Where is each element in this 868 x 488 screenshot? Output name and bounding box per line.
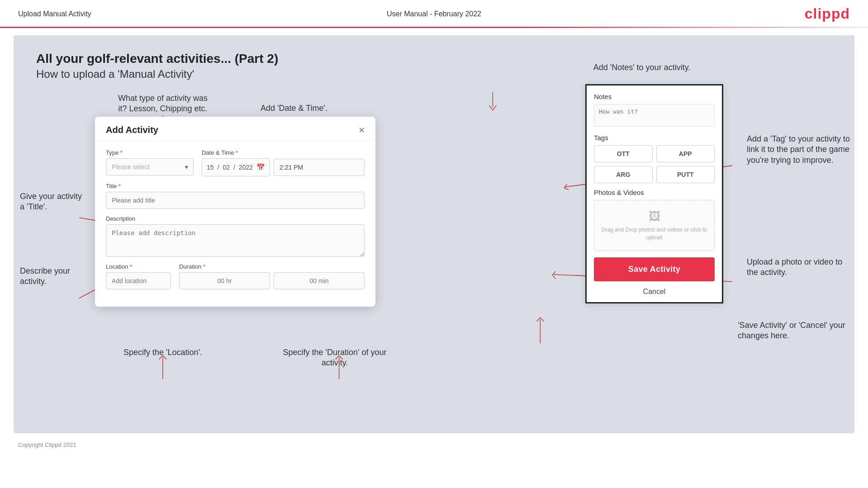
section-subtitle: How to upload a 'Manual Activity' xyxy=(36,68,832,81)
close-button[interactable]: × xyxy=(359,125,365,135)
location-input[interactable] xyxy=(106,272,171,289)
description-label: Description xyxy=(106,215,365,222)
type-select[interactable]: Please select xyxy=(106,158,194,175)
title-input[interactable] xyxy=(106,192,365,209)
section-title: All your golf-relevant activities... (Pa… xyxy=(36,52,832,66)
photos-section-label: Photos & Videos xyxy=(594,189,715,196)
top-divider xyxy=(0,27,868,28)
calendar-icon[interactable]: 📅 xyxy=(256,163,265,171)
duration-label: Duration * xyxy=(179,263,365,270)
description-group: Description xyxy=(106,215,365,257)
datetime-label: Date & Time * xyxy=(202,149,365,156)
page-title: Upload Manual Activity xyxy=(18,10,91,18)
main-content: All your golf-relevant activities... (Pa… xyxy=(14,35,854,433)
hours-input[interactable] xyxy=(179,272,270,289)
top-bar: Upload Manual Activity User Manual - Feb… xyxy=(0,0,868,27)
dialog-title: Add Activity xyxy=(106,125,158,135)
duration-input-group xyxy=(179,272,365,289)
annotation-save: 'Save Activity' or 'Cancel' your changes… xyxy=(738,320,851,341)
add-activity-dialog: Add Activity × Type * Please select ▾ xyxy=(95,117,375,307)
description-textarea[interactable] xyxy=(106,224,365,257)
tag-putt[interactable]: PUTT xyxy=(656,166,715,183)
copyright: Copyright Clippd 2021 xyxy=(18,441,76,448)
type-select-wrapper: Please select ▾ xyxy=(106,158,194,175)
panel-inner: Notes Tags OTT APP ARG PUTT Photos & Vid… xyxy=(587,85,722,251)
dialog-body: Type * Please select ▾ Date & Time * xyxy=(95,141,375,307)
location-group: Location * xyxy=(106,263,171,289)
annotation-duration: Specify the 'Duration' of your activity. xyxy=(280,347,389,369)
notes-section-label: Notes xyxy=(594,93,715,100)
right-panel: Notes Tags OTT APP ARG PUTT Photos & Vid… xyxy=(585,84,723,303)
title-group: Title * xyxy=(106,183,365,209)
upload-text: Drag and Drop photos and videos or click… xyxy=(599,226,710,242)
location-duration-row: Location * Duration * xyxy=(106,263,365,289)
footer: Copyright Clippd 2021 xyxy=(0,438,868,452)
duration-group: Duration * xyxy=(179,263,365,289)
tag-ott[interactable]: OTT xyxy=(594,145,653,162)
date-year: 2022 xyxy=(239,164,253,171)
logo: clippd xyxy=(805,5,850,22)
annotation-tag: Add a 'Tag' to your activity to link it … xyxy=(747,134,851,166)
date-input[interactable]: 15 / 02 / 2022 📅 xyxy=(202,158,270,176)
location-label: Location * xyxy=(106,263,171,270)
type-datetime-row: Type * Please select ▾ Date & Time * xyxy=(106,149,365,176)
description-row: Description xyxy=(106,215,365,257)
date-time-input-group: 15 / 02 / 2022 📅 xyxy=(202,158,365,176)
title-row: Title * xyxy=(106,183,365,209)
save-activity-button[interactable]: Save Activity xyxy=(594,257,715,281)
notes-textarea[interactable] xyxy=(594,104,715,127)
title-label: Title * xyxy=(106,183,365,190)
tag-app[interactable]: APP xyxy=(656,145,715,162)
minutes-input[interactable] xyxy=(274,272,365,289)
annotation-notes: Add 'Notes' to your activity. xyxy=(588,62,696,73)
annotation-title: Give your activity a 'Title'. xyxy=(20,191,85,213)
tags-grid: OTT APP ARG PUTT xyxy=(594,145,715,183)
date-day: 15 xyxy=(207,164,214,171)
tag-arg[interactable]: ARG xyxy=(594,166,653,183)
annotation-what-type: What type of activity was it? Lesson, Ch… xyxy=(113,93,213,114)
annotation-upload: Upload a photo or video to the activity. xyxy=(747,257,851,278)
upload-area[interactable]: 🖼 Drag and Drop photos and videos or cli… xyxy=(594,200,715,251)
time-input[interactable] xyxy=(274,159,365,176)
dialog-header: Add Activity × xyxy=(95,117,375,141)
annotation-date-time: Add 'Date & Time'. xyxy=(249,103,339,114)
manual-title: User Manual - February 2022 xyxy=(387,10,481,18)
type-label: Type * xyxy=(106,149,194,156)
cancel-link[interactable]: Cancel xyxy=(587,281,722,302)
type-group: Type * Please select ▾ xyxy=(106,149,194,176)
annotation-location: Specify the 'Location'. xyxy=(113,347,213,358)
annotation-describe: Describe your activity. xyxy=(20,266,83,287)
tags-section-label: Tags xyxy=(594,134,715,142)
image-icon: 🖼 xyxy=(599,209,710,223)
section-heading: All your golf-relevant activities... (Pa… xyxy=(36,52,832,81)
date-month: 02 xyxy=(223,164,230,171)
datetime-group: Date & Time * 15 / 02 / 2022 📅 xyxy=(202,149,365,176)
